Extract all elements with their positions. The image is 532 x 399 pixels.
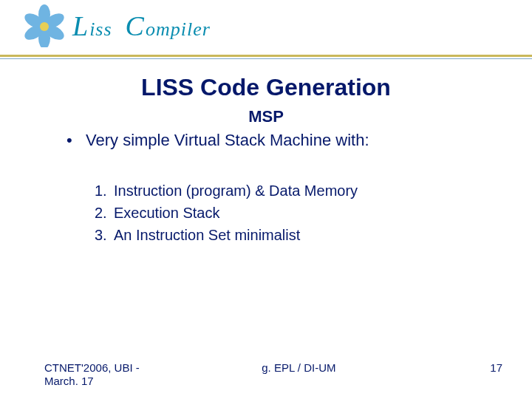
- list-item: 3. An Instruction Set minimalist: [95, 224, 488, 246]
- header-divider: [0, 55, 532, 57]
- footer-center: g. EPL / DI-UM: [140, 361, 458, 374]
- list-text: An Instruction Set minimalist: [114, 224, 300, 246]
- footer-left-line2: March. 17: [44, 375, 140, 389]
- brand-word2-initial: C: [126, 10, 144, 42]
- numbered-list: 1. Instruction (program) & Data Memory 2…: [66, 180, 488, 246]
- brand-word2-rest: ompiler: [146, 18, 211, 41]
- bullet-text: Very simple Virtual Stack Machine with:: [86, 131, 369, 150]
- list-number: 2.: [95, 202, 114, 224]
- bullet-marker: •: [66, 131, 86, 150]
- footer-left-line1: CTNET'2006, UBI -: [44, 361, 140, 375]
- list-number: 3.: [95, 224, 114, 246]
- slide-footer: CTNET'2006, UBI - March. 17 g. EPL / DI-…: [0, 361, 532, 389]
- slide-header: L iss C ompiler: [0, 0, 532, 66]
- flower-icon: [22, 4, 66, 47]
- bullet-row: • Very simple Virtual Stack Machine with…: [66, 131, 488, 150]
- slide-title: LISS Code Generation: [0, 74, 532, 101]
- brand-logo-area: L iss C ompiler: [22, 4, 211, 47]
- list-item: 2. Execution Stack: [95, 202, 488, 224]
- slide-content: • Very simple Virtual Stack Machine with…: [0, 131, 532, 246]
- slide-subtitle: MSP: [0, 107, 532, 126]
- list-text: Execution Stack: [114, 202, 219, 224]
- brand-word1-initial: L: [72, 10, 88, 42]
- brand-wordmark: L iss C ompiler: [72, 10, 211, 42]
- list-number: 1.: [95, 180, 114, 202]
- page-number: 17: [458, 361, 502, 374]
- list-item: 1. Instruction (program) & Data Memory: [95, 180, 488, 202]
- list-text: Instruction (program) & Data Memory: [114, 180, 358, 202]
- footer-left: CTNET'2006, UBI - March. 17: [44, 361, 140, 389]
- svg-point-6: [40, 22, 49, 31]
- brand-word1-rest: iss: [89, 18, 112, 41]
